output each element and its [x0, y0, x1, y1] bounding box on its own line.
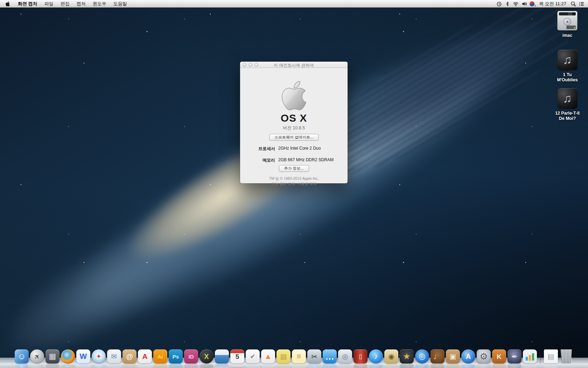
dock-item-pages[interactable]: ✒ — [507, 349, 522, 363]
dock-item-quarkxpress[interactable]: X — [200, 349, 214, 363]
input-source-number: 2 — [534, 4, 536, 7]
facetime-icon: ◎ — [338, 349, 352, 363]
imovie-icon: ★ — [400, 349, 414, 363]
dock-item-idvd[interactable]: ◎ — [415, 349, 429, 363]
desktop: 화면 캡처 파일 편집 캡처 윈도우 도움말 2 목 오전 11:27 — [0, 0, 588, 368]
window-title: 이 매킨토시에 관하여 — [240, 62, 348, 68]
calendar-icon: 5 — [230, 349, 244, 363]
dock-item-acrobat[interactable]: A — [138, 349, 152, 363]
pages-icon: ✒ — [507, 349, 522, 363]
iweb-icon: ▣ — [446, 349, 460, 363]
dock-item-photo-booth[interactable]: ▯ — [354, 349, 368, 363]
dock-item-photoshop[interactable]: Ps — [169, 349, 183, 363]
dock-item-garageband[interactable]: ♩ — [430, 349, 444, 363]
dock-item-indesign[interactable]: ID — [184, 349, 198, 363]
menu-item-window[interactable]: 윈도우 — [89, 0, 110, 7]
dock-item-finder[interactable]: ☺ — [15, 349, 29, 363]
os-version: 버전 10.8.5 — [240, 125, 348, 131]
safari-icon: ✦ — [92, 349, 106, 363]
dock-item-iphoto[interactable]: ◉ — [384, 349, 398, 363]
apple-menu[interactable] — [0, 0, 14, 7]
desktop-icon-imac[interactable]: imac — [553, 11, 581, 38]
contacts-icon: @ — [122, 349, 136, 363]
software-update-button[interactable]: 소프트웨어 업데이트... — [269, 134, 318, 141]
dock-item-mission-control[interactable]: ▦ — [46, 349, 59, 363]
window-title-bar[interactable]: 이 매킨토시에 관하여 — [240, 62, 348, 68]
dock-item-system-preferences[interactable]: ⚙ — [477, 349, 491, 363]
dock-item-notes[interactable]: ≡ — [292, 349, 306, 363]
keynote-icon: K — [492, 349, 506, 363]
memory-label: 메모리 — [240, 157, 275, 163]
numbers-icon — [523, 349, 537, 363]
dock-items: ☺✈▦W✦✉@AAiPsIDX5✔▲▤≡✂…◎▯♪◉★◎♩▣A⚙K✒▤ — [15, 347, 573, 363]
menu-item-capture[interactable]: 캡처 — [73, 0, 89, 7]
processor-label: 프로세서 — [240, 146, 275, 152]
menu-bar-status: 2 목 오전 11:27 — [496, 1, 588, 7]
menu-item-help[interactable]: 도움말 — [110, 0, 131, 7]
document-icon: ▤ — [544, 349, 558, 363]
memory-value: 2GB 667 MHz DDR2 SDRAM — [278, 157, 348, 163]
dock-item-calendar[interactable]: 5 — [230, 349, 244, 363]
dock-item-app-store[interactable]: A — [461, 349, 475, 363]
webhard-icon: W — [76, 349, 90, 363]
dock-item-illustrator[interactable]: Ai — [153, 349, 167, 363]
dock-item-vlc[interactable]: ▲ — [261, 349, 275, 363]
dock-item-document[interactable]: ▤ — [544, 349, 558, 363]
processor-value: 2GHz Intel Core 2 Duo — [278, 146, 348, 152]
music-note-icon: ♫ — [558, 88, 578, 108]
volume-icon[interactable] — [521, 1, 527, 7]
dock-item-reminders[interactable]: ✔ — [246, 349, 260, 363]
dock: ☺✈▦W✦✉@AAiPsIDX5✔▲▤≡✂…◎▯♪◉★◎♩▣A⚙K✒▤ — [0, 346, 588, 368]
desktop-icon-audio-file-1[interactable]: ♫ 1 Tu M'Oublies — [553, 50, 581, 83]
dock-item-stickies[interactable]: ▤ — [276, 349, 290, 363]
dock-item-messages[interactable]: … — [323, 349, 337, 363]
about-window: 이 매킨토시에 관하여 OS X 버전 10.8.5 소프트웨어 업데이트... — [240, 62, 348, 183]
dock-item-itunes[interactable]: ♪ — [369, 349, 383, 363]
music-note-icon: ♫ — [558, 50, 578, 70]
wifi-icon[interactable] — [513, 1, 519, 7]
bluetooth-icon[interactable] — [504, 1, 510, 7]
dock-item-mail[interactable]: ✉ — [107, 349, 121, 363]
dock-item-keynote[interactable]: K — [492, 349, 506, 363]
menu-item-app-name[interactable]: 화면 캡처 — [14, 0, 41, 7]
dock-item-safari[interactable]: ✦ — [92, 349, 106, 363]
dock-item-toast[interactable] — [215, 349, 229, 363]
time-machine-icon[interactable] — [496, 1, 502, 7]
copyright-line-1: TM 및 © 1983-2013 Apple Inc. — [240, 176, 348, 181]
menu-clock[interactable]: 목 오전 11:27 — [538, 1, 568, 7]
indesign-icon: ID — [184, 349, 198, 363]
dock-item-firefox[interactable] — [61, 349, 75, 363]
spotlight-icon[interactable] — [570, 1, 576, 7]
menu-item-edit[interactable]: 편집 — [57, 0, 73, 7]
notification-center-icon[interactable] — [579, 1, 584, 7]
running-indicator — [20, 366, 24, 367]
iphoto-icon: ◉ — [384, 349, 398, 363]
dock-item-grab[interactable]: ✂ — [307, 349, 321, 363]
more-info-button[interactable]: 추가 정보... — [279, 165, 309, 172]
dock-item-contacts[interactable]: @ — [122, 349, 136, 363]
desktop-icon-audio-file-2[interactable]: ♫ 12 Parle-T-Il De Moi? — [553, 88, 581, 121]
dock-item-numbers[interactable] — [523, 349, 537, 363]
photo-booth-icon: ▯ — [354, 349, 368, 363]
stickies-icon: ▤ — [276, 349, 290, 363]
apple-logo — [282, 79, 306, 113]
vlc-icon: ▲ — [261, 349, 275, 363]
hard-drive-icon — [557, 11, 578, 30]
taegeuk-symbol — [530, 1, 534, 6]
firefox-icon — [61, 349, 75, 363]
input-source-flag-icon[interactable]: 2 — [530, 1, 535, 7]
menu-item-file[interactable]: 파일 — [41, 0, 57, 7]
dock-item-launchpad[interactable]: ✈ — [30, 349, 44, 363]
dock-item-trash[interactable] — [559, 349, 573, 363]
dock-item-imovie[interactable]: ★ — [400, 349, 414, 363]
acrobat-icon: A — [138, 349, 152, 363]
dock-item-webhard[interactable]: W — [76, 349, 90, 363]
reminders-icon: ✔ — [246, 349, 260, 363]
desktop-icon-label: 1 Tu M'Oublies — [553, 72, 581, 83]
desktop-icon-label: 12 Parle-T-Il De Moi? — [553, 111, 581, 121]
grab-icon: ✂ — [307, 349, 321, 363]
dock-item-facetime[interactable]: ◎ — [338, 349, 352, 363]
photoshop-icon: Ps — [169, 349, 183, 363]
app-store-icon: A — [461, 349, 475, 363]
dock-item-iweb[interactable]: ▣ — [446, 349, 460, 363]
